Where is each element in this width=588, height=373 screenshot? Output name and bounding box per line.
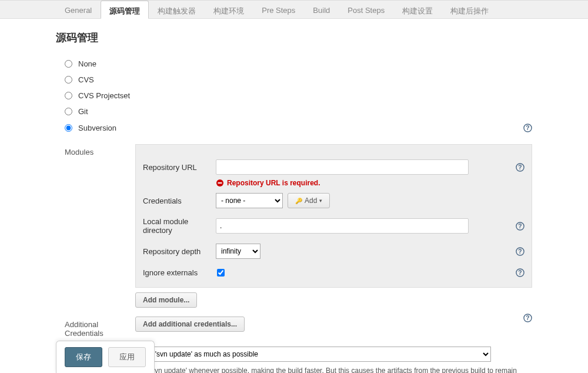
local-dir-input[interactable] — [216, 218, 469, 234]
radio-label-cvs: CVS — [78, 75, 94, 84]
help-icon-subversion[interactable]: ? — [523, 123, 532, 132]
radio-label-none: None — [78, 59, 96, 68]
help-icon-local-dir[interactable]: ? — [515, 221, 524, 231]
tab-post-build[interactable]: 构建后操作 — [442, 1, 497, 18]
svg-text:?: ? — [518, 248, 522, 255]
radio-none[interactable] — [65, 60, 72, 68]
help-icon-depth[interactable]: ? — [515, 247, 524, 256]
tab-build-settings[interactable]: 构建设置 — [393, 1, 442, 18]
scm-option-none[interactable]: None — [56, 59, 532, 68]
additional-credentials-label: Additional Credentials — [65, 317, 135, 338]
radio-git[interactable] — [65, 108, 72, 115]
radio-cvs[interactable] — [65, 76, 72, 84]
repo-url-input[interactable] — [216, 159, 469, 175]
svg-text:?: ? — [526, 125, 529, 131]
svn-subsection: Modules Repository URL ? — [56, 144, 532, 373]
scm-option-git[interactable]: Git — [56, 107, 532, 116]
radio-label-subversion: Subversion — [78, 124, 116, 132]
tab-bar: General 源码管理 构建触发器 构建环境 Pre Steps Build … — [0, 0, 588, 19]
bottom-action-bar: 保存 应用 — [56, 341, 155, 373]
ignore-externals-label: Ignore externals — [143, 268, 216, 277]
scm-option-cvs[interactable]: CVS — [56, 75, 532, 84]
depth-label: Repository depth — [143, 247, 216, 256]
svg-text:?: ? — [526, 315, 529, 321]
content-area: 源码管理 None CVS CVS Projectset Git Subvers… — [0, 19, 588, 373]
help-icon-ignore-externals[interactable]: ? — [515, 268, 524, 277]
local-dir-label: Local module directory — [143, 217, 216, 235]
tab-triggers[interactable]: 构建触发器 — [149, 1, 205, 18]
credentials-select[interactable]: - none - — [216, 193, 283, 208]
svg-text:?: ? — [518, 269, 522, 276]
dropdown-caret-icon: ▾ — [319, 198, 322, 204]
add-additional-credentials-button[interactable]: Add additional credentials... — [135, 317, 245, 332]
help-icon-repo-url[interactable]: ? — [515, 162, 524, 172]
tab-build-env[interactable]: 构建环境 — [205, 1, 253, 18]
ignore-externals-checkbox[interactable] — [217, 269, 225, 277]
tab-scm[interactable]: 源码管理 — [101, 1, 149, 19]
tab-general[interactable]: General — [56, 1, 101, 18]
tab-post-steps[interactable]: Post Steps — [339, 1, 393, 18]
add-credentials-label: Add — [305, 197, 317, 205]
save-button[interactable]: 保存 — [65, 347, 102, 367]
svg-text:?: ? — [518, 223, 522, 229]
key-icon: 🔑 — [295, 198, 302, 204]
credentials-label: Credentials — [143, 197, 216, 205]
svg-text:?: ? — [518, 164, 522, 171]
radio-label-cvs-projectset: CVS Projectset — [78, 91, 130, 100]
add-module-button[interactable]: Add module... — [135, 292, 197, 308]
depth-select[interactable]: infinity — [216, 244, 260, 259]
repo-url-error: Repository URL is required. — [216, 179, 524, 187]
svg-rect-5 — [218, 182, 222, 184]
tab-build[interactable]: Build — [304, 1, 339, 18]
error-icon — [216, 179, 224, 187]
apply-button[interactable]: 应用 — [108, 347, 146, 367]
scm-option-subversion[interactable]: Subversion — [56, 124, 116, 132]
help-icon-additional-credentials[interactable]: ? — [523, 313, 532, 322]
checkout-strategy-help: Use 'svn update' whenever possible, maki… — [135, 365, 532, 373]
tab-pre-steps[interactable]: Pre Steps — [253, 1, 304, 18]
modules-label: Modules — [65, 144, 135, 308]
modules-panel: Repository URL ? Repository URL is req — [135, 144, 532, 288]
scm-option-cvs-projectset[interactable]: CVS Projectset — [56, 91, 532, 100]
radio-subversion[interactable] — [65, 124, 72, 132]
add-credentials-button[interactable]: 🔑 Add ▾ — [288, 193, 330, 208]
radio-label-git: Git — [78, 107, 88, 116]
radio-cvs-projectset[interactable] — [65, 92, 72, 99]
error-text: Repository URL is required. — [227, 179, 320, 187]
checkout-strategy-select[interactable]: Use 'svn update' as much as possible — [135, 347, 491, 362]
section-title: 源码管理 — [56, 31, 532, 45]
repo-url-label: Repository URL — [143, 163, 216, 172]
